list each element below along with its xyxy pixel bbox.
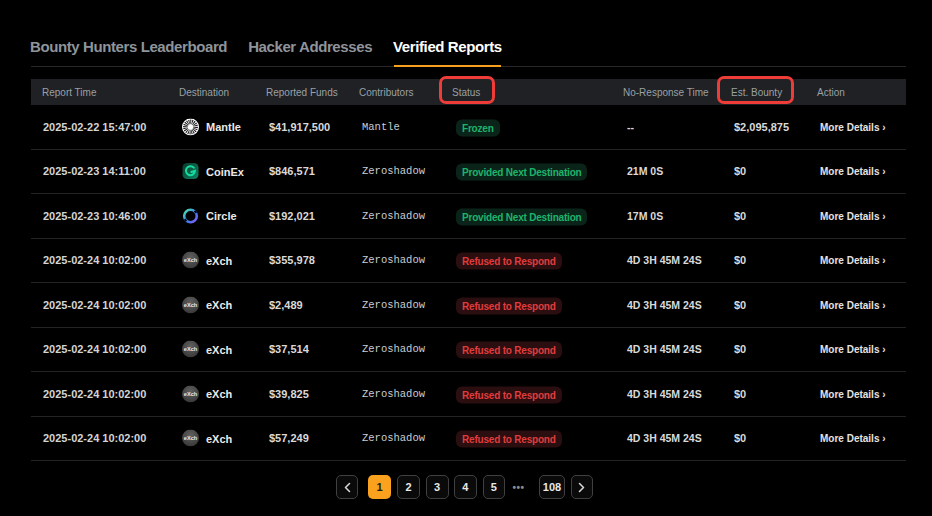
svg-text:eXch: eXch <box>184 302 198 308</box>
svg-text:eXch: eXch <box>184 346 198 352</box>
svg-text:eXch: eXch <box>184 257 198 263</box>
svg-text:eXch: eXch <box>184 435 198 441</box>
svg-text:eXch: eXch <box>184 391 198 397</box>
